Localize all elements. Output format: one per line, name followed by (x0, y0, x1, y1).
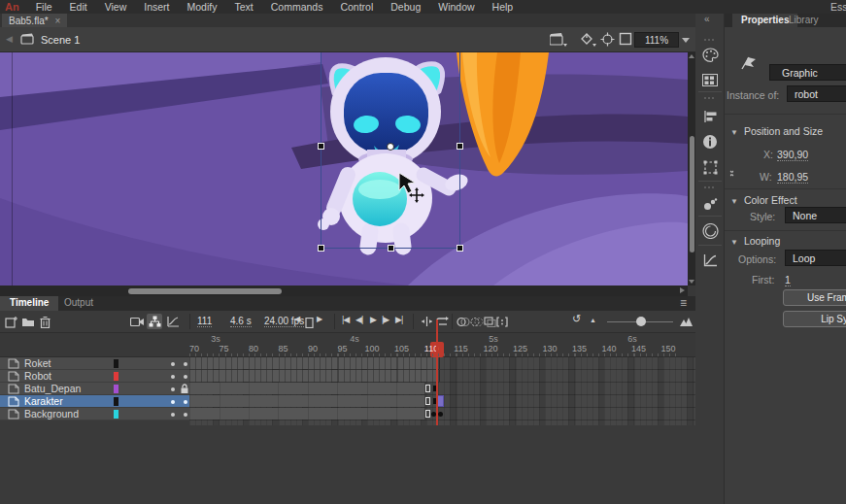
menu-window[interactable]: Window (429, 1, 483, 13)
brush-library-panel-icon[interactable] (700, 194, 720, 214)
modify-markers-button[interactable] (494, 314, 510, 329)
menu-modify[interactable]: Modify (179, 1, 226, 13)
layer-outline-color-swatch[interactable] (114, 359, 118, 368)
timeline-frames-area[interactable] (189, 357, 695, 425)
play-button[interactable]: ▶ (370, 315, 376, 324)
panel-menu-icon[interactable]: ≡ (680, 296, 687, 310)
layer-visibility-dot[interactable] (171, 375, 175, 379)
layer-name[interactable]: Robot (24, 370, 51, 382)
w-value[interactable]: 180,95 (777, 171, 808, 184)
section-looping[interactable]: ▼Looping (730, 235, 780, 247)
new-layer-button[interactable] (4, 314, 19, 329)
vertical-scrollbar-thumb[interactable] (690, 136, 694, 252)
selected-frame-highlight[interactable] (437, 395, 444, 407)
center-playhead-button[interactable] (419, 314, 434, 329)
layer-row-karakter[interactable]: Karakter (0, 395, 189, 408)
transform-panel-icon[interactable] (700, 157, 720, 177)
keyframe-icon[interactable] (438, 412, 443, 417)
elapsed-time-readout[interactable]: 4.6 s (230, 316, 252, 327)
section-collapse-icon[interactable]: ▼ (730, 197, 738, 206)
section-collapse-icon[interactable]: ▼ (730, 238, 738, 247)
clip-to-stage-icon[interactable] (619, 32, 632, 48)
timeline-frame-ruler[interactable]: 3s 4s 5s 6s 70 75 80 85 90 95 100 105 11… (0, 333, 695, 357)
workspace-switcher[interactable]: Essentials (830, 1, 846, 13)
menu-insert[interactable]: Insert (135, 1, 178, 13)
goto-last-frame-button[interactable]: ▶| (395, 315, 402, 324)
menu-file[interactable]: File (27, 1, 61, 13)
style-dropdown[interactable]: None (785, 207, 846, 223)
layer-outline-color-swatch[interactable] (114, 397, 118, 406)
timeline-zoom-in-icon[interactable] (678, 314, 694, 329)
frame-by-frame-span[interactable] (189, 357, 440, 369)
menu-help[interactable]: Help (484, 1, 523, 13)
loop-prev-keyframe-icon[interactable]: ◀ (294, 315, 299, 323)
instance-name-field[interactable]: robot (787, 85, 846, 102)
first-frame-value[interactable]: 1 (785, 274, 791, 286)
scroll-up-arrow-icon[interactable] (689, 54, 694, 58)
section-color-effect[interactable]: ▼Color Effect (730, 194, 797, 206)
selection-handle-bottom-right[interactable] (457, 245, 463, 252)
layer-outline-color-swatch[interactable] (114, 410, 118, 419)
cc-libraries-panel-icon[interactable] (700, 221, 720, 241)
layer-outline-color-swatch[interactable] (114, 385, 118, 393)
align-panel-icon[interactable] (700, 107, 720, 126)
x-value[interactable]: 390,90 (777, 149, 808, 161)
frames-row-background[interactable] (189, 408, 695, 420)
frame-span[interactable] (189, 408, 424, 420)
tab-timeline[interactable]: Timeline (0, 296, 58, 311)
transform-origin-point[interactable] (387, 143, 394, 151)
frame-span[interactable] (189, 395, 424, 407)
edit-symbols-icon[interactable] (550, 32, 567, 49)
playhead-line[interactable] (436, 319, 438, 425)
scroll-right-arrow-icon[interactable] (680, 287, 685, 293)
menu-debug[interactable]: Debug (382, 1, 429, 13)
swatches-panel-icon[interactable] (700, 70, 720, 89)
layer-lock-dot[interactable] (184, 362, 187, 366)
reset-timeline-zoom-icon[interactable]: ↺ (572, 313, 580, 325)
close-tab-icon[interactable]: × (55, 16, 61, 26)
current-frame-readout[interactable]: 111 (197, 316, 212, 327)
camera-button[interactable] (129, 314, 145, 329)
menu-edit[interactable]: Edit (61, 1, 96, 13)
use-frame-picker-button[interactable]: Use Frame Picker (783, 289, 846, 306)
center-stage-icon[interactable] (600, 32, 615, 49)
symbol-type-dropdown[interactable]: Graphic (769, 64, 846, 81)
stage-vertical-scrollbar[interactable] (688, 52, 695, 286)
back-arrow-icon[interactable]: ◀ (6, 34, 13, 44)
frames-row-robot[interactable] (189, 370, 695, 383)
document-tab[interactable]: Bab5.fla* × (2, 14, 67, 27)
frames-row-karakter[interactable] (189, 395, 695, 408)
layer-row-robot[interactable]: Robot (0, 370, 189, 383)
selection-handle-bottom-left[interactable] (318, 245, 324, 252)
motion-editor-panel-icon[interactable] (700, 251, 720, 270)
menu-text[interactable]: Text (225, 1, 261, 13)
current-frame-box-icon[interactable] (301, 315, 317, 330)
layer-lock-dot[interactable] (184, 400, 187, 404)
delete-layer-button[interactable] (37, 314, 52, 329)
layer-lock-dot[interactable] (184, 375, 187, 379)
paint-bucket-icon[interactable] (579, 32, 596, 49)
stage-canvas[interactable] (0, 52, 688, 286)
layer-name[interactable]: Roket (24, 357, 51, 369)
stage-zoom-field[interactable]: 111% (634, 32, 679, 48)
layer-outline-color-swatch[interactable] (114, 372, 118, 381)
frame-by-frame-span[interactable] (189, 370, 440, 382)
stage-horizontal-scrollbar[interactable] (0, 286, 688, 296)
collapse-panels-icon[interactable]: « (704, 14, 710, 24)
timeline-zoom-slider-knob[interactable] (636, 317, 646, 326)
lip-syncing-button[interactable]: Lip Syncing (783, 311, 846, 327)
selection-handle-right[interactable] (457, 143, 463, 150)
layer-name[interactable]: Background (24, 408, 79, 420)
loop-next-keyframe-icon[interactable]: ▶ (317, 315, 321, 323)
horizontal-scrollbar-thumb[interactable] (128, 288, 282, 294)
layer-visibility-dot[interactable] (171, 362, 175, 366)
step-forward-one-frame-button[interactable]: |▶ (382, 315, 389, 324)
timeline-zoom-out-icon[interactable]: ▲ (590, 317, 595, 323)
layer-visibility-dot[interactable] (171, 387, 175, 391)
app-logo[interactable]: An (0, 1, 27, 13)
frames-row-roket[interactable] (189, 357, 695, 370)
layer-row-roket[interactable]: Roket (0, 357, 189, 370)
layer-visibility-dot[interactable] (171, 413, 175, 417)
layer-name[interactable]: Batu_Depan (24, 383, 81, 394)
tab-output[interactable]: Output (64, 297, 93, 308)
